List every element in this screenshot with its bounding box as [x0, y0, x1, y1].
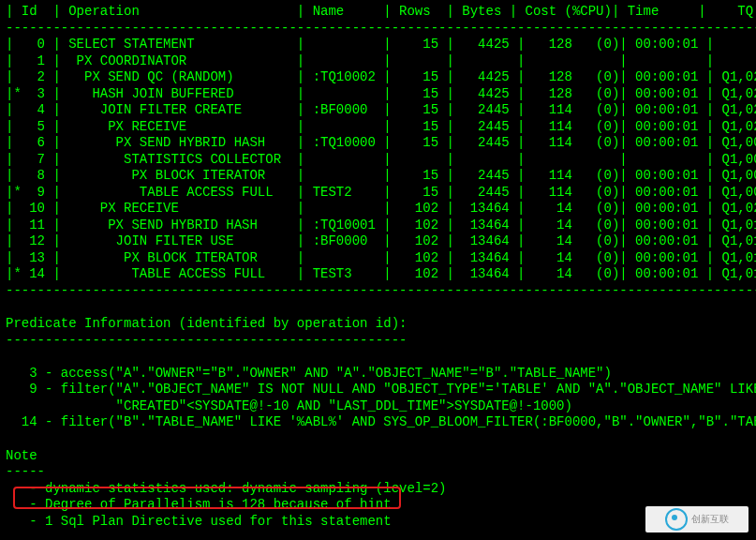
- predicate-line: 3 - access("A"."OWNER"="B"."OWNER" AND "…: [6, 366, 750, 382]
- predicate-lines: 3 - access("A"."OWNER"="B"."OWNER" AND "…: [6, 366, 750, 431]
- divider-line: ----------------------------------------…: [6, 21, 750, 38]
- plan-table-body: | 0 | SELECT STATEMENT | | 15 | 4425 | 1…: [6, 37, 750, 283]
- watermark-text: 创新互联: [691, 514, 729, 526]
- watermark-icon: [665, 508, 688, 531]
- divider-line: ----------------------------------------…: [6, 283, 750, 300]
- plan-row: | 8 | PX BLOCK ITERATOR | | 15 | 2445 | …: [6, 168, 750, 185]
- plan-row: | 0 | SELECT STATEMENT | | 15 | 4425 | 1…: [6, 37, 750, 53]
- plan-row: | 6 | PX SEND HYBRID HASH | :TQ10000 | 1…: [6, 135, 750, 152]
- predicate-underline: ----------------------------------------…: [6, 333, 750, 350]
- note-lines: - dynamic statistics used: dynamic sampl…: [6, 481, 750, 531]
- predicate-line: 14 - filter("B"."TABLE_NAME" LIKE '%ABL%…: [6, 414, 750, 431]
- plan-row: | 4 | JOIN FILTER CREATE | :BF0000 | 15 …: [6, 102, 750, 119]
- plan-row: | 5 | PX RECEIVE | | 15 | 2445 | 114 (0)…: [6, 119, 750, 136]
- note-underline: -----: [6, 464, 750, 481]
- predicate-line: "CREATED"<SYSDATE@!-10 AND "LAST_DDL_TIM…: [6, 398, 750, 415]
- plan-row: |* 3 | HASH JOIN BUFFERED | | 15 | 4425 …: [6, 86, 750, 103]
- note-line: - dynamic statistics used: dynamic sampl…: [6, 481, 750, 498]
- blank-line: [6, 349, 750, 366]
- predicate-line: 9 - filter("A"."OBJECT_NAME" IS NOT NULL…: [6, 382, 750, 398]
- plan-row: | 7 | STATISTICS COLLECTOR | | | | | | Q…: [6, 152, 750, 169]
- plan-row: | 1 | PX COORDINATOR | | | | | | |: [6, 53, 750, 70]
- plan-row: | 11 | PX SEND HYBRID HASH | :TQ10001 | …: [6, 218, 750, 234]
- plan-row: | 12 | JOIN FILTER USE | :BF0000 | 102 |…: [6, 233, 750, 250]
- plan-row: | 10 | PX RECEIVE | | 102 | 13464 | 14 (…: [6, 201, 750, 218]
- note-line: - Degree of Parallelism is 128 because o…: [6, 497, 750, 514]
- note-line: - 1 Sql Plan Directive used for this sta…: [6, 514, 750, 531]
- plan-header-row: | Id | Operation | Name | Rows | Bytes |…: [6, 4, 750, 21]
- note-title: Note: [6, 448, 750, 465]
- col-id: | Id | Operation | Name | Rows | Bytes |…: [6, 4, 756, 19]
- plan-row: | 13 | PX BLOCK ITERATOR | | 102 | 13464…: [6, 250, 750, 267]
- plan-row: | 2 | PX SEND QC (RANDOM) | :TQ10002 | 1…: [6, 69, 750, 86]
- terminal-screen: { "header": { "cols": ["Id", "Operation"…: [0, 0, 756, 540]
- plan-row: |* 9 | TABLE ACCESS FULL | TEST2 | 15 | …: [6, 185, 750, 202]
- plan-row: |* 14 | TABLE ACCESS FULL | TEST3 | 102 …: [6, 266, 750, 283]
- watermark-logo: 创新互联: [645, 506, 749, 532]
- predicate-info-title: Predicate Information (identified by ope…: [6, 316, 750, 333]
